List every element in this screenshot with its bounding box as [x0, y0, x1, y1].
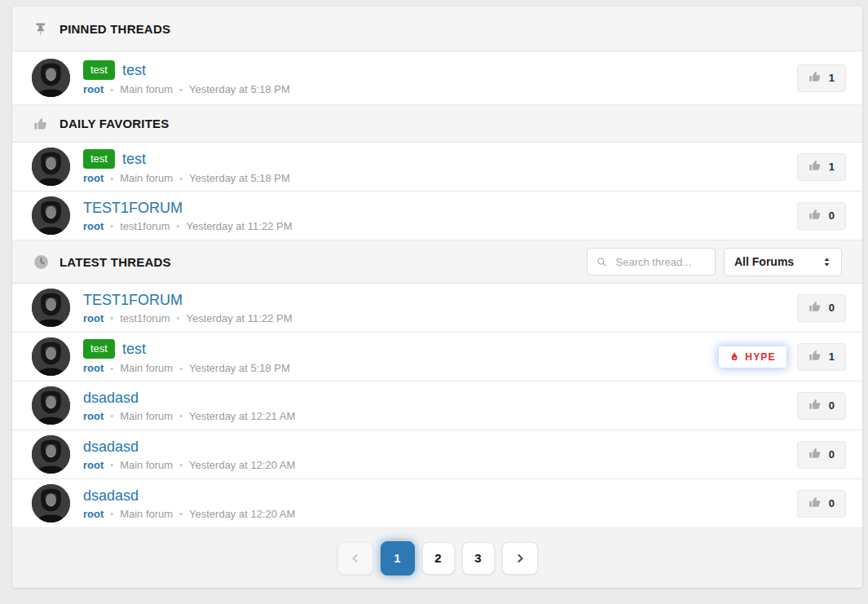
thread-author-link[interactable]: root: [83, 410, 104, 422]
thread-author-link[interactable]: root: [83, 83, 104, 95]
thumbs-up-icon: [809, 208, 822, 224]
thread-prefix-badge: test: [83, 339, 115, 359]
meta-separator: •: [110, 313, 113, 323]
like-count: 0: [829, 497, 835, 509]
like-button[interactable]: 1: [797, 343, 846, 371]
thread-row: test test root • Main forum • Yesterday …: [12, 51, 862, 105]
meta-separator: •: [179, 364, 183, 373]
section-header-latest-threads: LATEST THREADS All Forums: [12, 240, 862, 284]
thread-timestamp: Yesterday at 11:22 PM: [186, 312, 292, 324]
like-count: 0: [829, 302, 835, 314]
thread-main: TEST1FORUM root • test1forum • Yesterday…: [83, 292, 797, 324]
thread-forum: Main forum: [120, 83, 173, 95]
meta-separator: •: [179, 460, 183, 470]
thread-forum: Main forum: [120, 459, 173, 471]
avatar[interactable]: [32, 337, 70, 376]
meta-separator: •: [110, 460, 113, 470]
avatar[interactable]: [32, 59, 70, 97]
meta-separator: •: [110, 411, 113, 421]
thread-main: test test root • Main forum • Yesterday …: [83, 149, 797, 184]
meta-separator: •: [177, 313, 180, 323]
thread-timestamp: Yesterday at 12:20 AM: [189, 459, 295, 471]
avatar-image: [32, 337, 70, 376]
thread-timestamp: Yesterday at 5:18 PM: [189, 83, 290, 95]
thumbs-up-icon: [809, 349, 822, 365]
thread-author-link[interactable]: root: [83, 362, 104, 374]
thread-author-link[interactable]: root: [83, 312, 104, 324]
thread-prefix-badge: test: [83, 149, 115, 169]
thread-title-link[interactable]: test: [122, 341, 146, 358]
section-title: PINNED THREADS: [59, 22, 170, 36]
thread-timestamp: Yesterday at 11:22 PM: [186, 220, 292, 232]
thread-author-link[interactable]: root: [83, 220, 104, 232]
avatar[interactable]: [32, 289, 70, 327]
like-count: 1: [829, 72, 835, 84]
pagination: 1 2 3: [12, 528, 862, 588]
thumbs-up-icon: [809, 496, 822, 512]
thread-author-link[interactable]: root: [83, 508, 104, 520]
search-icon: [597, 256, 607, 268]
avatar-image: [32, 435, 70, 474]
thread-forum: Main forum: [120, 172, 173, 184]
meta-separator: •: [179, 174, 183, 183]
thumbs-up-icon: [809, 70, 822, 86]
avatar-image: [32, 289, 70, 327]
page-button-1[interactable]: 1: [381, 541, 415, 575]
thread-title-link[interactable]: TEST1FORUM: [83, 292, 183, 309]
thread-author-link[interactable]: root: [83, 459, 104, 471]
meta-separator: •: [110, 85, 113, 95]
page-button-3[interactable]: 3: [462, 542, 495, 575]
next-page-button[interactable]: [502, 542, 538, 575]
meta-separator: •: [110, 509, 113, 518]
like-button[interactable]: 0: [797, 202, 846, 230]
thread-row: test test root • Main forum • Yesterday …: [12, 143, 862, 192]
hype-label: HYPE: [745, 351, 775, 363]
like-count: 1: [829, 161, 835, 173]
thread-row: dsadasd root • Main forum • Yesterday at…: [12, 381, 862, 430]
avatar[interactable]: [32, 386, 70, 425]
page-button-2[interactable]: 2: [422, 542, 455, 575]
thread-list-card: PINNED THREADS test test root • Main for…: [12, 7, 862, 588]
thread-search-input[interactable]: [615, 255, 706, 269]
thread-forum: Main forum: [120, 508, 173, 520]
thumbs-up-icon: [33, 116, 49, 132]
avatar-image: [32, 59, 70, 97]
like-button[interactable]: 1: [797, 64, 846, 92]
avatar-image: [32, 196, 70, 235]
like-count: 0: [829, 448, 835, 461]
like-button[interactable]: 0: [797, 490, 846, 518]
thread-title-link[interactable]: dsadasd: [83, 390, 139, 407]
thread-author-link[interactable]: root: [83, 172, 104, 184]
thread-main: dsadasd root • Main forum • Yesterday at…: [83, 439, 797, 471]
forum-filter-select[interactable]: All Forums: [724, 248, 842, 276]
meta-separator: •: [177, 221, 180, 231]
like-button[interactable]: 0: [797, 294, 846, 322]
thread-title-link[interactable]: test: [122, 62, 146, 79]
avatar[interactable]: [32, 196, 70, 235]
avatar[interactable]: [32, 484, 70, 522]
meta-separator: •: [110, 221, 113, 231]
thread-title-link[interactable]: dsadasd: [83, 439, 139, 456]
thread-main: test test root • Main forum • Yesterday …: [83, 339, 719, 374]
thread-title-link[interactable]: test: [122, 151, 146, 168]
thread-row: dsadasd root • Main forum • Yesterday at…: [12, 430, 862, 479]
thread-search-box: [587, 248, 716, 276]
thumbs-up-icon: [809, 447, 822, 463]
prev-page-button[interactable]: [337, 542, 373, 575]
thread-timestamp: Yesterday at 5:18 PM: [189, 362, 290, 374]
like-button[interactable]: 0: [797, 392, 846, 420]
avatar[interactable]: [32, 148, 70, 186]
thread-row: dsadasd root • Main forum • Yesterday at…: [12, 479, 862, 528]
meta-separator: •: [110, 364, 113, 373]
thread-forum: test1forum: [120, 220, 170, 232]
chevron-left-icon: [349, 552, 362, 565]
like-button[interactable]: 0: [797, 441, 846, 469]
thread-prefix-badge: test: [83, 60, 115, 80]
thread-title-link[interactable]: dsadasd: [83, 487, 139, 505]
chevron-right-icon: [513, 552, 527, 565]
like-button[interactable]: 1: [797, 153, 846, 181]
thread-title-link[interactable]: TEST1FORUM: [83, 200, 183, 217]
section-title: LATEST THREADS: [59, 255, 171, 269]
avatar[interactable]: [32, 435, 70, 474]
thumbs-up-icon: [809, 300, 822, 316]
